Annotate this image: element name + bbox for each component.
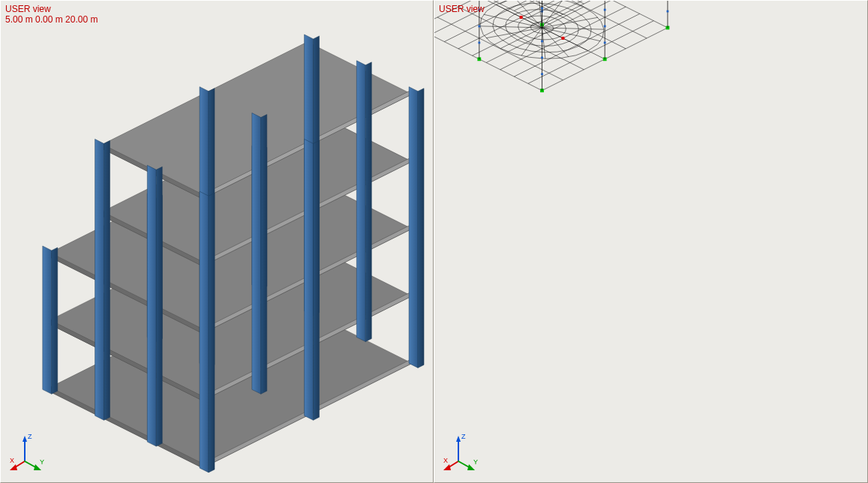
svg-marker-26 (261, 115, 267, 394)
svg-marker-40 (23, 436, 27, 442)
svg-line-232 (500, 1, 626, 49)
svg-rect-425 (478, 26, 480, 28)
svg-line-243 (480, 26, 542, 28)
svg-marker-492 (456, 436, 461, 442)
svg-marker-17 (356, 61, 365, 342)
svg-rect-488 (541, 56, 543, 58)
mesh-scene-right[interactable] (434, 1, 867, 482)
svg-marker-36 (104, 140, 110, 420)
svg-rect-489 (541, 73, 543, 75)
svg-text:Z: Z (461, 433, 466, 440)
view-coords-left: 5.00 m 0.00 m 20.00 m (5, 14, 98, 25)
view-title-right: USER view (439, 4, 485, 14)
svg-line-242 (486, 28, 542, 38)
svg-text:Z: Z (28, 433, 32, 440)
svg-line-251 (542, 28, 604, 29)
svg-marker-38 (52, 248, 58, 394)
view-title-left: USER view (5, 4, 51, 14)
svg-marker-16 (418, 88, 424, 368)
svg-marker-23 (305, 139, 314, 420)
svg-rect-485 (541, 8, 543, 10)
svg-rect-468 (604, 42, 606, 44)
viewport-left[interactable]: USER view 5.00 m 0.00 m 20.00 m (0, 0, 434, 483)
viewport-right[interactable]: USER view Z X Y (434, 0, 868, 483)
svg-text:X: X (443, 457, 448, 464)
svg-line-240 (521, 28, 542, 56)
svg-marker-33 (147, 165, 156, 446)
svg-marker-37 (43, 246, 52, 394)
render-scene-left[interactable] (1, 1, 433, 482)
svg-line-248 (542, 1, 563, 28)
svg-marker-18 (365, 62, 371, 342)
svg-line-239 (542, 28, 545, 58)
svg-rect-447 (667, 10, 669, 13)
svg-marker-34 (156, 166, 162, 446)
svg-line-250 (542, 17, 599, 28)
svg-line-237 (542, 28, 588, 51)
svg-marker-31 (200, 191, 209, 472)
svg-rect-466 (604, 9, 606, 11)
axis-triad-right: Z X Y (442, 430, 487, 475)
svg-marker-35 (95, 139, 104, 420)
svg-marker-32 (209, 193, 215, 472)
svg-marker-25 (252, 113, 261, 394)
svg-marker-494 (443, 464, 451, 470)
svg-rect-467 (604, 26, 606, 28)
axis-triad-left: Z X Y (8, 430, 53, 475)
svg-marker-24 (314, 140, 320, 420)
svg-rect-262 (561, 37, 564, 40)
svg-line-224 (472, 1, 597, 56)
svg-text:Y: Y (473, 458, 478, 466)
fe-mesh (434, 1, 669, 92)
svg-marker-15 (409, 87, 418, 368)
svg-rect-261 (520, 16, 523, 19)
svg-marker-42 (10, 464, 17, 470)
svg-line-236 (434, 28, 542, 91)
svg-rect-426 (478, 42, 480, 44)
dual-viewport-container: USER view 5.00 m 0.00 m 20.00 m (0, 0, 868, 483)
svg-text:X: X (10, 457, 14, 464)
svg-rect-487 (541, 40, 543, 43)
svg-text:Y: Y (40, 458, 44, 466)
